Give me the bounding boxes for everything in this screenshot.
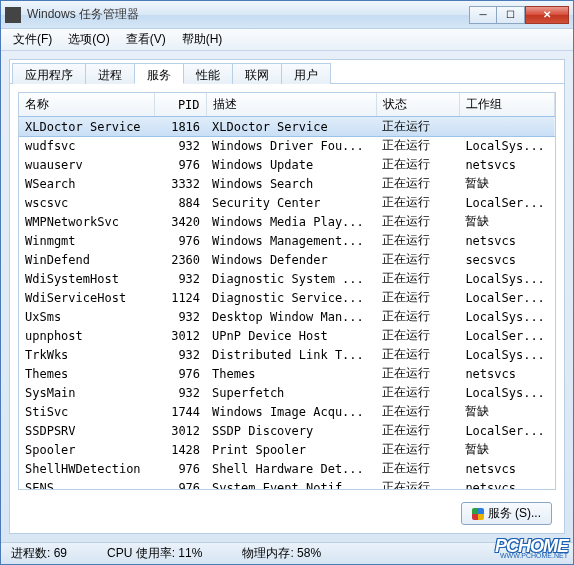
watermark: PCHOME WWW.PCHOME.NET: [495, 539, 568, 559]
tab-networking[interactable]: 联网: [232, 63, 282, 84]
column-header-desc[interactable]: 描述: [206, 93, 376, 117]
table-row[interactable]: wuauserv976Windows Update正在运行netsvcs: [19, 155, 555, 174]
maximize-button[interactable]: ☐: [497, 6, 525, 24]
tab-services[interactable]: 服务: [134, 63, 184, 84]
menubar: 文件(F) 选项(O) 查看(V) 帮助(H): [1, 29, 573, 51]
column-header-status[interactable]: 状态: [376, 93, 459, 117]
cell-desc: SSDP Discovery: [206, 421, 376, 440]
cell-name: Themes: [19, 364, 154, 383]
cell-name: TrkWks: [19, 345, 154, 364]
table-row[interactable]: TrkWks932Distributed Link T...正在运行LocalS…: [19, 345, 555, 364]
cell-status: 正在运行: [376, 269, 459, 288]
menu-file[interactable]: 文件(F): [5, 29, 60, 50]
table-row[interactable]: wudfsvc932Windows Driver Fou...正在运行Local…: [19, 136, 555, 155]
table-row[interactable]: WSearch3332Windows Search正在运行暂缺: [19, 174, 555, 193]
status-processes: 进程数: 69: [11, 545, 67, 562]
cell-group: 暂缺: [459, 402, 554, 421]
table-row[interactable]: SysMain932Superfetch正在运行LocalSys...: [19, 383, 555, 402]
column-header-name[interactable]: 名称: [19, 93, 154, 117]
table-row[interactable]: upnphost3012UPnP Device Host正在运行LocalSer…: [19, 326, 555, 345]
tab-processes[interactable]: 进程: [85, 63, 135, 84]
cell-status: 正在运行: [376, 478, 459, 490]
cell-name: StiSvc: [19, 402, 154, 421]
table-row[interactable]: WMPNetworkSvc3420Windows Media Play...正在…: [19, 212, 555, 231]
cell-name: UxSms: [19, 307, 154, 326]
cell-pid: 976: [154, 459, 206, 478]
table-row[interactable]: SSDPSRV3012SSDP Discovery正在运行LocalSer...: [19, 421, 555, 440]
cell-name: ShellHWDetection: [19, 459, 154, 478]
cell-status: 正在运行: [376, 402, 459, 421]
cell-status: 正在运行: [376, 193, 459, 212]
cell-group: LocalSys...: [459, 136, 554, 155]
table-row[interactable]: StiSvc1744Windows Image Acqu...正在运行暂缺: [19, 402, 555, 421]
cell-pid: 1744: [154, 402, 206, 421]
cell-pid: 932: [154, 136, 206, 155]
cell-group: secsvcs: [459, 250, 554, 269]
cell-group: LocalSys...: [459, 345, 554, 364]
cell-group: 暂缺: [459, 174, 554, 193]
cell-name: WMPNetworkSvc: [19, 212, 154, 231]
cell-pid: 976: [154, 155, 206, 174]
services-table-container[interactable]: 名称 PID 描述 状态 工作组 XLDoctor Service1816XLD…: [18, 92, 556, 490]
minimize-button[interactable]: ─: [469, 6, 497, 24]
table-row[interactable]: WdiSystemHost932Diagnostic System ...正在运…: [19, 269, 555, 288]
tab-applications[interactable]: 应用程序: [12, 63, 86, 84]
cell-pid: 3012: [154, 326, 206, 345]
tab-strip: 应用程序 进程 服务 性能 联网 用户: [10, 60, 564, 84]
cell-pid: 1428: [154, 440, 206, 459]
cell-name: WdiServiceHost: [19, 288, 154, 307]
cell-name: SysMain: [19, 383, 154, 402]
cell-name: Spooler: [19, 440, 154, 459]
cell-group: netsvcs: [459, 459, 554, 478]
table-row[interactable]: wscsvc884Security Center正在运行LocalSer...: [19, 193, 555, 212]
column-header-group[interactable]: 工作组: [459, 93, 554, 117]
table-row[interactable]: Themes976Themes正在运行netsvcs: [19, 364, 555, 383]
cell-name: SENS: [19, 478, 154, 490]
cell-desc: Windows Management...: [206, 231, 376, 250]
cell-name: WdiSystemHost: [19, 269, 154, 288]
cell-desc: Windows Defender: [206, 250, 376, 269]
cell-group: LocalSys...: [459, 269, 554, 288]
status-cpu: CPU 使用率: 11%: [107, 545, 202, 562]
table-row[interactable]: Spooler1428Print Spooler正在运行暂缺: [19, 440, 555, 459]
table-row[interactable]: Winmgmt976Windows Management...正在运行netsv…: [19, 231, 555, 250]
table-row[interactable]: XLDoctor Service1816XLDoctor Service正在运行: [19, 117, 555, 137]
column-header-pid[interactable]: PID: [154, 93, 206, 117]
services-button-label: 服务 (S)...: [488, 505, 541, 522]
cell-desc: Security Center: [206, 193, 376, 212]
task-manager-window: Windows 任务管理器 ─ ☐ ✕ 文件(F) 选项(O) 查看(V) 帮助…: [0, 0, 574, 565]
services-button[interactable]: 服务 (S)...: [461, 502, 552, 525]
cell-pid: 1816: [154, 117, 206, 137]
watermark-url: WWW.PCHOME.NET: [495, 553, 568, 559]
footer-button-area: 服务 (S)...: [10, 498, 564, 533]
menu-view[interactable]: 查看(V): [118, 29, 174, 50]
table-row[interactable]: WdiServiceHost1124Diagnostic Service...正…: [19, 288, 555, 307]
cell-desc: Windows Media Play...: [206, 212, 376, 231]
close-button[interactable]: ✕: [525, 6, 569, 24]
cell-desc: Windows Image Acqu...: [206, 402, 376, 421]
content-area: 应用程序 进程 服务 性能 联网 用户 名称 PID 描述 状态 工作组 XLD…: [9, 59, 565, 534]
tab-performance[interactable]: 性能: [183, 63, 233, 84]
table-row[interactable]: SENS976System Event Notif...正在运行netsvcs: [19, 478, 555, 490]
cell-group: netsvcs: [459, 155, 554, 174]
menu-options[interactable]: 选项(O): [60, 29, 117, 50]
table-row[interactable]: ShellHWDetection976Shell Hardware Det...…: [19, 459, 555, 478]
cell-pid: 976: [154, 364, 206, 383]
tab-users[interactable]: 用户: [281, 63, 331, 84]
cell-status: 正在运行: [376, 345, 459, 364]
table-row[interactable]: UxSms932Desktop Window Man...正在运行LocalSy…: [19, 307, 555, 326]
shield-icon: [472, 508, 484, 520]
titlebar[interactable]: Windows 任务管理器 ─ ☐ ✕: [1, 1, 573, 29]
window-title: Windows 任务管理器: [27, 6, 469, 23]
status-memory: 物理内存: 58%: [242, 545, 321, 562]
table-row[interactable]: WinDefend2360Windows Defender正在运行secsvcs: [19, 250, 555, 269]
menu-help[interactable]: 帮助(H): [174, 29, 231, 50]
cell-desc: Windows Driver Fou...: [206, 136, 376, 155]
cell-status: 正在运行: [376, 231, 459, 250]
cell-name: Winmgmt: [19, 231, 154, 250]
cell-status: 正在运行: [376, 117, 459, 137]
cell-name: SSDPSRV: [19, 421, 154, 440]
cell-pid: 932: [154, 345, 206, 364]
cell-desc: UPnP Device Host: [206, 326, 376, 345]
cell-group: 暂缺: [459, 212, 554, 231]
